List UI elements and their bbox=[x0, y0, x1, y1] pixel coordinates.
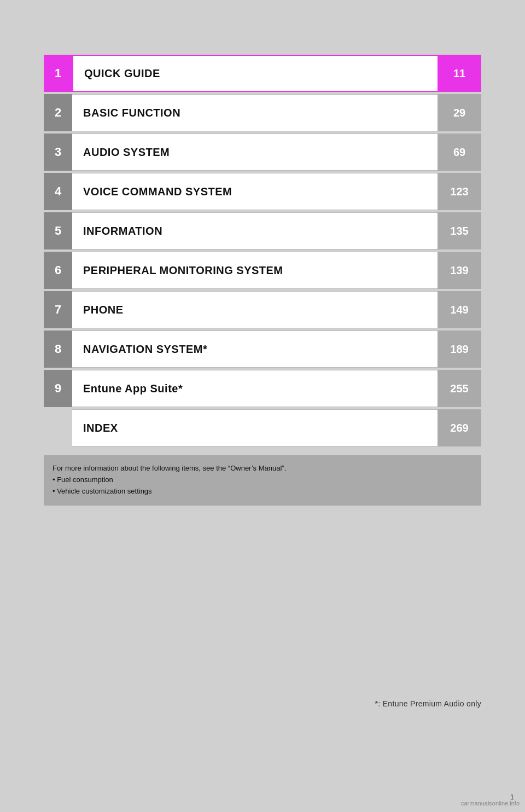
toc-row-row-5[interactable]: 5INFORMATION135 bbox=[44, 212, 481, 250]
toc-number-row-4: 4 bbox=[44, 173, 72, 210]
toc-row-row-3[interactable]: 3AUDIO SYSTEM69 bbox=[44, 134, 481, 171]
info-line1: For more information about the following… bbox=[52, 463, 472, 474]
toc-row-row-1[interactable]: 1QUICK GUIDE11 bbox=[44, 55, 481, 92]
toc-number-row-1: 1 bbox=[44, 55, 72, 92]
toc-number-row-7: 7 bbox=[44, 291, 72, 328]
toc-title-row-9: Entune App Suite* bbox=[72, 370, 438, 407]
toc-title-row-index: INDEX bbox=[72, 409, 438, 446]
toc-page-row-index: 269 bbox=[438, 409, 481, 446]
toc-page-row-5: 135 bbox=[438, 212, 481, 250]
toc-title-row-5: INFORMATION bbox=[72, 212, 438, 250]
toc-page-row-2: 29 bbox=[438, 94, 481, 131]
toc-page-row-6: 139 bbox=[438, 252, 481, 289]
info-bullet1: • Fuel consumption bbox=[52, 474, 472, 486]
toc-title-row-7: PHONE bbox=[72, 291, 438, 328]
toc-row-row-2[interactable]: 2BASIC FUNCTION29 bbox=[44, 94, 481, 131]
watermark: carmanualsonline.info bbox=[461, 800, 520, 807]
toc-title-row-4: VOICE COMMAND SYSTEM bbox=[72, 173, 438, 210]
toc-page-row-3: 69 bbox=[438, 134, 481, 171]
toc-page-row-1: 11 bbox=[438, 55, 481, 92]
toc-page-row-9: 255 bbox=[438, 370, 481, 407]
footnote-text: *: Entune Premium Audio only bbox=[375, 699, 481, 708]
toc-number-row-5: 5 bbox=[44, 212, 72, 250]
toc-container: 1QUICK GUIDE112BASIC FUNCTION293AUDIO SY… bbox=[44, 55, 481, 506]
toc-page-row-4: 123 bbox=[438, 173, 481, 210]
toc-number-row-2: 2 bbox=[44, 94, 72, 131]
toc-row-row-4[interactable]: 4VOICE COMMAND SYSTEM123 bbox=[44, 173, 481, 210]
toc-page-row-7: 149 bbox=[438, 291, 481, 328]
toc-page-row-8: 189 bbox=[438, 330, 481, 368]
toc-row-row-6[interactable]: 6PERIPHERAL MONITORING SYSTEM139 bbox=[44, 252, 481, 289]
toc-number-row-6: 6 bbox=[44, 252, 72, 289]
toc-title-row-6: PERIPHERAL MONITORING SYSTEM bbox=[72, 252, 438, 289]
info-bullet2: • Vehicle customization settings bbox=[52, 486, 472, 497]
toc-title-row-1: QUICK GUIDE bbox=[72, 55, 438, 92]
toc-row-row-7[interactable]: 7PHONE149 bbox=[44, 291, 481, 328]
toc-row-row-8[interactable]: 8NAVIGATION SYSTEM*189 bbox=[44, 330, 481, 368]
info-box: For more information about the following… bbox=[44, 455, 481, 506]
toc-title-row-3: AUDIO SYSTEM bbox=[72, 134, 438, 171]
toc-number-row-9: 9 bbox=[44, 370, 72, 407]
toc-row-row-9[interactable]: 9Entune App Suite*255 bbox=[44, 370, 481, 407]
toc-title-row-2: BASIC FUNCTION bbox=[72, 94, 438, 131]
toc-number-row-8: 8 bbox=[44, 330, 72, 368]
table-of-contents: 1QUICK GUIDE112BASIC FUNCTION293AUDIO SY… bbox=[44, 55, 481, 446]
toc-title-row-8: NAVIGATION SYSTEM* bbox=[72, 330, 438, 368]
toc-row-row-index[interactable]: INDEX269 bbox=[44, 409, 481, 446]
toc-number-row-3: 3 bbox=[44, 134, 72, 171]
